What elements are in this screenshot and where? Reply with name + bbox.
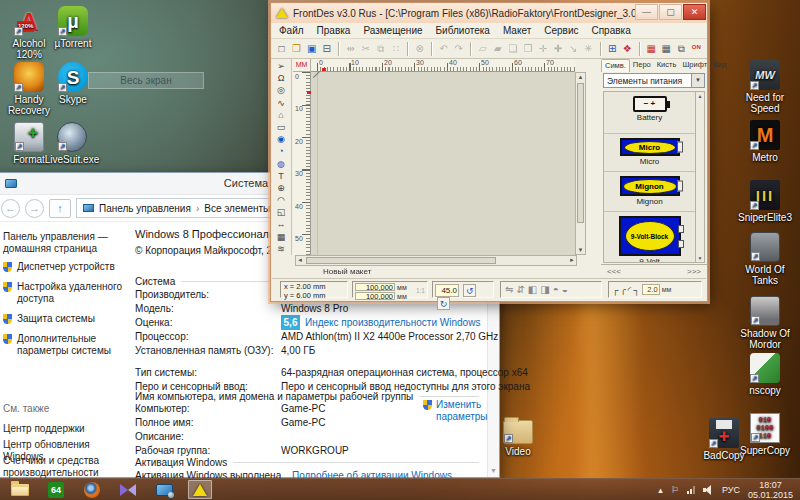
sidebar-item-support-center[interactable]: Центр поддержки (3, 423, 133, 435)
ellipse-tool-icon[interactable]: ◍ (277, 158, 285, 170)
flip-up-button[interactable]: ◓ (553, 284, 559, 295)
hidden-icons-chevron[interactable]: ▴ (658, 485, 663, 495)
list-scrollbar[interactable]: ▲ ▼ (695, 92, 704, 262)
desktop-icon-shadow-of-mordor[interactable]: ↗ Shadow Of Mordor (736, 296, 794, 350)
flip-right-button[interactable]: ◨ (540, 284, 549, 295)
scroll-thumb[interactable] (306, 257, 496, 264)
preview-button[interactable]: ⧉ (674, 41, 689, 56)
tab-font[interactable]: Шрифт (679, 59, 710, 72)
measure-tool-icon[interactable]: ↔ (277, 218, 286, 230)
scale-arc-tool-icon[interactable]: ◠ (277, 194, 285, 206)
cut-button[interactable]: ✂ (358, 41, 373, 56)
design-canvas[interactable] (311, 72, 575, 255)
menu-service[interactable]: Сервис (544, 25, 578, 36)
save-button[interactable]: ▣ (304, 41, 319, 56)
rotate-tool-icon[interactable]: Ω (278, 72, 285, 84)
distribute-button[interactable]: ⇹ (343, 41, 358, 56)
sidebar-item-performance-counters[interactable]: Счетчики и средства производительности (3, 455, 133, 479)
tab-view[interactable]: Вид (710, 59, 730, 72)
sidebar-item-device-manager[interactable]: Диспетчер устройств (3, 261, 133, 273)
scroll-up-icon[interactable]: ▲ (696, 93, 704, 99)
sidebar-item-home[interactable]: Панель управления — домашняя страница (3, 231, 133, 255)
open-file-button[interactable]: ❐ (289, 41, 304, 56)
on-toggle-button[interactable]: ON (689, 41, 704, 56)
up-button[interactable]: ↑ (49, 199, 71, 218)
maximize-button[interactable]: ▢ (659, 4, 682, 20)
zoom-tool-ic on[interactable]: ◎ (277, 84, 285, 96)
taskbar-explorer-button[interactable] (8, 480, 32, 499)
rotate-ccw-button[interactable]: ↺ (463, 284, 476, 297)
front-view-button[interactable]: ▦ (644, 41, 659, 56)
scroll-down-icon[interactable]: ▼ (488, 467, 499, 474)
delete-button[interactable]: ⊗ (412, 41, 427, 56)
canvas-horizontal-scrollbar[interactable]: ◄ ► (295, 255, 577, 266)
taskbar-frontdesigner-button[interactable] (188, 480, 212, 499)
mirror-h-button[interactable]: ⇋ (505, 284, 513, 295)
copy-button[interactable]: ⧉ (373, 41, 388, 56)
menu-placement[interactable]: Размещение (363, 25, 422, 36)
clock[interactable]: 18:07 05.01.2015 (748, 480, 793, 500)
corner-sharp-button[interactable]: ┌ (612, 285, 618, 295)
curve-tool-icon[interactable]: ≋ (277, 243, 285, 255)
close-button[interactable]: ✕ (683, 4, 706, 20)
network-icon[interactable] (687, 486, 695, 494)
taskbar-kmplayer-button[interactable] (116, 480, 140, 499)
height-field[interactable]: 100,000 (355, 292, 395, 300)
menu-library[interactable]: Библиотека (436, 25, 490, 36)
colors-button[interactable]: ❖ (620, 41, 635, 56)
send-back-button[interactable]: ❐ (520, 41, 535, 56)
sidebar-item-system-protection[interactable]: Защита системы (3, 313, 133, 325)
symbol-battery[interactable]: − + Battery (604, 92, 695, 134)
symbol-micro[interactable]: Micro Micro (604, 134, 695, 172)
arc-tool-icon[interactable]: ◔ (278, 145, 283, 157)
print-button[interactable]: ⊟ (319, 41, 334, 56)
change-settings-link[interactable]: Изменить параметры (423, 399, 503, 423)
scroll-left-icon[interactable]: ◄ (297, 257, 303, 263)
angle-field[interactable]: 45.0 (435, 284, 459, 297)
redo-button[interactable]: ↷ (451, 41, 466, 56)
desktop-icon-need-for-speed[interactable]: MW ↗ Need for Speed (736, 60, 794, 114)
ungroup-button[interactable]: ▰ (490, 41, 505, 56)
undo-button[interactable]: ↶ (436, 41, 451, 56)
circle-tool-icon[interactable]: ◉ (277, 133, 285, 145)
scroll-down-icon[interactable]: ▼ (576, 247, 585, 253)
taskbar-firefox-button[interactable] (80, 480, 104, 499)
select-tool-icon[interactable]: ➢ (277, 60, 285, 72)
canvas-vertical-scrollbar[interactable]: ▲ ▼ (575, 72, 586, 255)
corner-radius-field[interactable]: 2.0 (642, 284, 660, 295)
flip-down-button[interactable]: ◒ (562, 284, 568, 295)
dropdown-arrow-icon[interactable]: ▼ (691, 74, 704, 87)
desktop-icon-badcopy[interactable]: ✚ ↗ BadCopy (698, 418, 750, 461)
polygon-tool-icon[interactable]: ⌂ (278, 109, 283, 121)
language-indicator[interactable]: РУС (722, 485, 740, 495)
menu-file[interactable]: Файл (279, 25, 304, 36)
menu-layout[interactable]: Макет (503, 25, 531, 36)
desktop-icon-livesuit[interactable]: ↗ LiveSuit.exe (42, 122, 102, 165)
gray-view-button[interactable]: ▦ (659, 41, 674, 56)
corner-chamfer-button[interactable]: ┐ (633, 285, 639, 295)
area-tool-icon[interactable]: ◱ (277, 206, 286, 218)
tab-pen[interactable]: Перо (630, 59, 654, 72)
desktop-icon-sniperelite3[interactable]: III ↗ SniperElite3 (736, 180, 794, 223)
resize-button[interactable]: ↘ (566, 41, 581, 56)
tab-symbols[interactable]: Симв. (601, 59, 630, 72)
group-button[interactable]: ▱ (475, 41, 490, 56)
next-category-button[interactable]: >>> (687, 267, 701, 278)
sidebar-item-remote-access[interactable]: Настройка удаленного доступа (3, 281, 133, 305)
back-button[interactable]: ← (1, 199, 20, 218)
polyline-tool-icon[interactable]: ∿ (277, 97, 285, 109)
center-h-button[interactable]: ✛ (535, 41, 550, 56)
taskbar-display-settings-button[interactable] (152, 480, 176, 499)
paste-button[interactable]: ∷ (388, 41, 403, 56)
grid-toggle-button[interactable]: ⊞ (605, 41, 620, 56)
document-tab[interactable]: Новый макет (309, 266, 385, 278)
corner-concave-button[interactable]: ◜ (628, 285, 632, 295)
scroll-thumb[interactable] (577, 83, 584, 223)
image-tool-icon[interactable]: ▦ (277, 231, 286, 243)
scroll-right-icon[interactable]: ► (569, 257, 575, 263)
new-file-button[interactable]: □ (274, 41, 289, 56)
bring-front-button[interactable]: ❏ (505, 41, 520, 56)
menu-help[interactable]: Справка (591, 25, 630, 36)
sphere-tool-icon[interactable]: ⊕ (277, 182, 285, 194)
action-center-flag-icon[interactable]: ⚐ (671, 485, 679, 495)
